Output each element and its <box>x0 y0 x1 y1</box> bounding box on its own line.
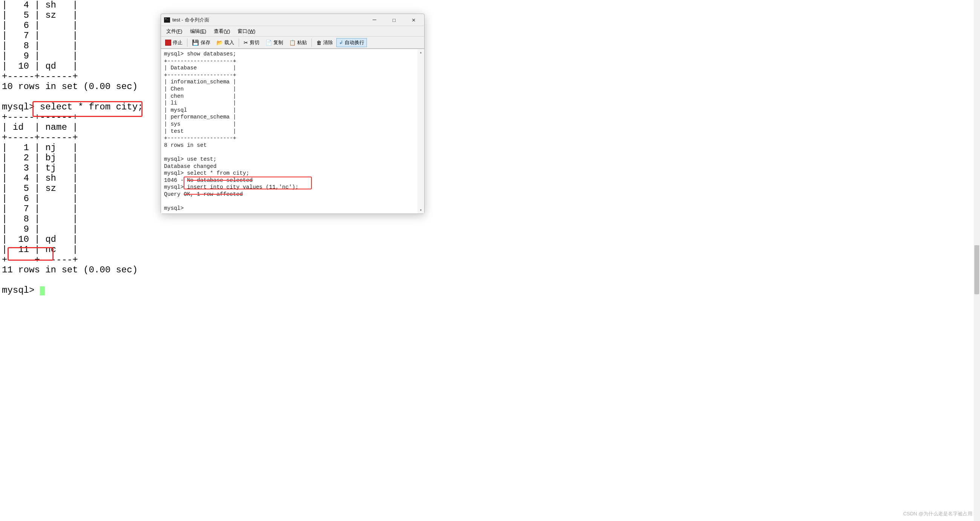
out-line: | mysql | <box>164 107 236 113</box>
cut-button[interactable]: ✂剪切 <box>241 38 262 47</box>
scroll-down-icon[interactable]: ▾ <box>417 207 424 213</box>
content-area: mysql> show databases; +----------------… <box>161 49 424 213</box>
out-line: mysql> use test; <box>164 156 216 162</box>
out-line-pre: Query <box>164 191 184 197</box>
bg-line: | 6 | | <box>2 21 78 30</box>
row11-post: | <box>56 244 78 255</box>
bg-line: | 9 | | <box>2 51 78 61</box>
menu-edit[interactable]: 编辑(E) <box>187 27 209 35</box>
table-row: | 10 | qd | <box>2 234 78 244</box>
menu-file[interactable]: 文件(F) <box>163 27 186 35</box>
clear-button[interactable]: 🗑清除 <box>314 38 336 47</box>
bg-line: | 7 | | <box>2 30 78 41</box>
table-row: | 8 | | <box>2 214 78 224</box>
window-title: test - 命令列介面 <box>172 17 369 23</box>
maximize-button[interactable]: ☐ <box>389 16 399 24</box>
highlight-insert-query <box>184 177 312 190</box>
table-row: | 4 | sh | <box>2 173 78 183</box>
stop-button[interactable]: 停止 <box>162 38 185 47</box>
titlebar[interactable]: test - 命令列介面 — ☐ ✕ <box>161 14 424 26</box>
content-scrollbar[interactable]: ▴ ▾ <box>417 49 424 213</box>
load-button[interactable]: 📂载入 <box>214 38 237 47</box>
command-window: test - 命令列介面 — ☐ ✕ 文件(F) 编辑(E) 查看(V) 窗口(… <box>161 14 425 214</box>
out-line: +--------------------+ <box>164 58 236 64</box>
table-row: | 6 | | <box>2 194 78 204</box>
table-row: | 2 | bj | <box>2 153 78 163</box>
cursor[interactable] <box>40 286 45 295</box>
result-line: 11 rows in set (0.00 sec) <box>2 265 138 275</box>
bg-line: | 4 | sh | <box>2 0 78 10</box>
bg-line: +-----+------+ <box>2 132 78 143</box>
out-line: Database changed <box>164 163 216 169</box>
out-line: mysql> show databases; <box>164 51 236 57</box>
out-line: | sys | <box>164 121 236 127</box>
table-row: | 7 | | <box>2 204 78 214</box>
terminal-icon <box>164 18 170 22</box>
bg-line: | 8 | | <box>2 41 78 51</box>
cut-icon: ✂ <box>243 40 248 46</box>
scrollbar-thumb[interactable] <box>974 245 979 294</box>
trash-icon: 🗑 <box>317 40 321 46</box>
menubar: 文件(F) 编辑(E) 查看(V) 窗口(W) <box>161 26 424 37</box>
terminal-output[interactable]: mysql> show databases; +----------------… <box>161 49 417 213</box>
wrap-button[interactable]: ↲自动换行 <box>336 38 367 47</box>
menu-view[interactable]: 查看(V) <box>211 27 233 35</box>
out-line: | performance_schema | <box>164 114 236 120</box>
out-line: 8 rows in set <box>164 142 207 148</box>
out-line: | li | <box>164 100 236 106</box>
table-row: | 3 | tj | <box>2 163 78 173</box>
highlight-select-query <box>32 101 143 117</box>
copy-button[interactable]: 📄复制 <box>263 38 286 47</box>
table-row: | 5 | sz | <box>2 183 78 194</box>
folder-icon: 📂 <box>216 40 223 46</box>
out-prompt: mysql> <box>164 205 187 211</box>
close-button[interactable]: ✕ <box>408 16 419 24</box>
out-line: +--------------------+ <box>164 72 236 78</box>
out-line: | information_schema | <box>164 79 236 85</box>
out-line: | Database | <box>164 65 236 71</box>
bg-line: | id | name | <box>2 122 78 132</box>
save-button[interactable]: 💾保存 <box>189 38 213 47</box>
scroll-up-icon[interactable]: ▴ <box>417 49 424 56</box>
save-icon: 💾 <box>192 39 199 46</box>
page-scrollbar[interactable] <box>974 0 980 521</box>
out-line: +--------------------+ <box>164 135 236 141</box>
minimize-button[interactable]: — <box>369 16 380 24</box>
wrap-icon: ↲ <box>339 40 343 45</box>
toolbar: 停止 💾保存 📂载入 ✂剪切 📄复制 📋粘贴 🗑清除 ↲自动换行 <box>161 37 424 49</box>
stop-icon <box>165 40 171 46</box>
table-row: | 9 | | <box>2 224 78 234</box>
out-line: mysql> select * from city; <box>164 170 249 176</box>
out-line: | chen | <box>164 93 236 99</box>
menu-window[interactable]: 窗口(W) <box>234 27 258 35</box>
highlight-new-row <box>8 247 54 261</box>
paste-icon: 📋 <box>289 40 296 46</box>
watermark: CSDN @为什么老是名字被占用 <box>903 510 972 517</box>
paste-button[interactable]: 📋粘贴 <box>286 38 310 47</box>
bg-line: | 5 | sz | <box>2 10 78 21</box>
bg-line: +-----+------+ <box>2 71 78 81</box>
table-row: | 1 | nj | <box>2 143 78 153</box>
mysql-prompt: mysql> <box>2 285 40 295</box>
bg-line: 10 rows in set (0.00 sec) <box>2 81 138 92</box>
ok-struck: OK, 1 row affected <box>184 191 243 197</box>
out-line: | Chen | <box>164 86 236 92</box>
out-line: | test | <box>164 128 236 134</box>
bg-line: | 10 | qd | <box>2 61 78 71</box>
copy-icon: 📄 <box>266 40 272 46</box>
